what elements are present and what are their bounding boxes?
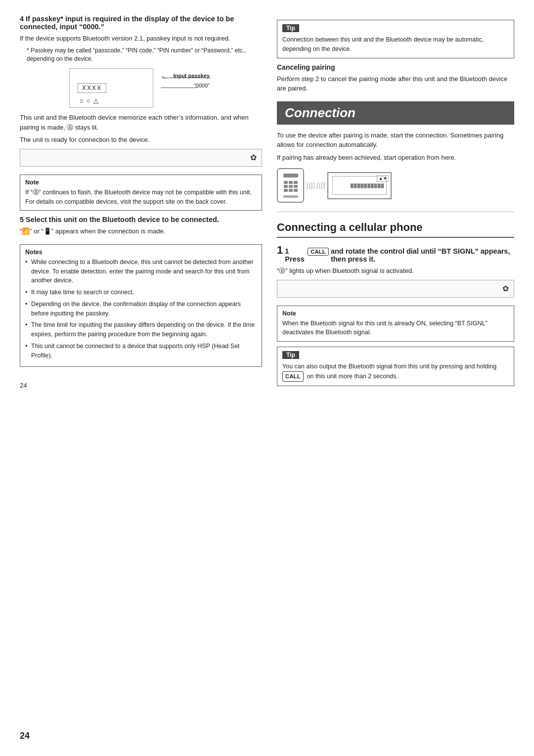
phone-keypad	[284, 181, 298, 192]
wave2: ((((	[316, 181, 326, 189]
step-4-title: 4 If passkey* input is required in the d…	[20, 15, 262, 31]
diagram-arrow2	[161, 88, 197, 88]
canceling-pairing-heading: Canceling pairing	[277, 63, 514, 71]
notes-item-2: It may take time to search or connect.	[25, 288, 257, 297]
cellular-section-header: Connecting a cellular phone	[277, 221, 514, 238]
step-4-p2: This unit and the Bluetooth device memor…	[20, 113, 262, 132]
page-number-bottom: 24	[20, 731, 30, 741]
left-column: 4 If passkey* input is required in the d…	[20, 15, 262, 756]
bt-display-bar: ✿	[20, 149, 262, 167]
notes-box: Notes While connecting to a Bluetooth de…	[20, 244, 262, 367]
receiver-controls: ▲▼	[377, 175, 389, 182]
tip-label-1: Tip	[282, 24, 299, 32]
step-4-p1: If the device supports Bluetooth version…	[20, 34, 262, 44]
receiver-icon: ▓▓▓▓▓▓▓▓▓▓ ▲▼	[327, 172, 392, 199]
device-diagram: XXXX Input passkey “0000” ⌂○△	[40, 68, 178, 108]
note-label-1: Note	[25, 179, 257, 186]
diagram-bottom-icons: ⌂○△	[80, 97, 98, 104]
tip-text-after: on this unit more than 2 seconds.	[307, 373, 398, 380]
notes-item-4: The time limit for inputting the passkey…	[25, 320, 257, 339]
phone-dot	[284, 189, 288, 192]
wave1: ))))	[306, 181, 315, 189]
phone-dot	[284, 181, 288, 184]
step-4-footnote: * Passkey may be called “passcode,” “PIN…	[20, 46, 262, 64]
step-5-heading: 5 Select this unit on the Bluetooth devi…	[20, 216, 219, 223]
cellular-step-1-p1: “Ⓑ” lights up when Bluetooth signal is a…	[277, 266, 514, 276]
phone-speaker	[283, 174, 298, 178]
cellular-tip-label: Tip	[282, 351, 299, 359]
bt-symbol-2: ✿	[502, 284, 509, 293]
connection-diagram: )))) (((( ▓▓▓▓▓▓▓▓▓▓ ▲▼	[277, 168, 514, 203]
note-text-1: If “Ⓑ” continues to flash, the Bluetooth…	[25, 188, 257, 207]
tip-text-1: Connection between this unit and the Blu…	[282, 35, 509, 54]
canceling-pairing-block: Canceling pairing Perform step 2 to canc…	[277, 63, 514, 93]
bt-display-bar-2: ✿	[277, 280, 514, 298]
call-button-label: CALL	[308, 248, 329, 256]
cellular-tip-text: You can also output the Bluetooth signal…	[282, 362, 509, 382]
bt-symbol: ✿	[250, 153, 257, 162]
diagram-arrow1	[162, 78, 211, 79]
canceling-pairing-text: Perform step 2 to cancel the pairing mod…	[277, 74, 514, 93]
connection-p2: If pairing has already been achieved, st…	[277, 153, 514, 163]
notes-list: While connecting to a Bluetooth device, …	[25, 258, 257, 360]
page-number: 24	[20, 382, 262, 389]
xxxx-display: XXXX	[78, 83, 106, 93]
step-4-number: 4 If passkey* input is required in the d…	[20, 15, 260, 31]
step-4-block: 4 If passkey* input is required in the d…	[20, 15, 262, 167]
phone-dot	[284, 185, 288, 188]
cellular-note-box: Note When the Bluetooth signal for this …	[277, 306, 514, 342]
connection-section-header: Connection	[277, 101, 514, 125]
tip-call-button: CALL	[282, 371, 304, 382]
notes-item-3: Depending on the device, the confirmatio…	[25, 300, 257, 318]
cellular-step-1: 1 1 Press CALL and rotate the control di…	[277, 244, 514, 298]
step-4-p3: The unit is ready for connection to the …	[20, 135, 262, 145]
notes-label: Notes	[25, 249, 257, 256]
tip-text-before: You can also output the Bluetooth signal…	[282, 363, 496, 370]
cellular-step-1-press: 1 Press	[285, 247, 306, 263]
cellular-step-1-rest: and rotate the control dial until “BT SI…	[331, 247, 514, 263]
phone-mic	[283, 195, 298, 198]
step-5-block: 5 Select this unit on the Bluetooth devi…	[20, 216, 262, 236]
tip-box-1: Tip Connection between this unit and the…	[277, 20, 514, 58]
phone-dot	[289, 189, 293, 192]
signal-waves: )))) ((((	[306, 181, 325, 189]
section-divider	[277, 212, 514, 212]
phone-dot	[289, 181, 293, 184]
cellular-note-text: When the Bluetooth signal for this unit …	[282, 319, 509, 338]
right-column: Tip Connection between this unit and the…	[277, 15, 514, 756]
step-5-title: 5 Select this unit on the Bluetooth devi…	[20, 216, 262, 223]
phone-dot	[294, 185, 298, 188]
device-display: XXXX Input passkey “0000” ⌂○△	[69, 68, 153, 108]
cellular-step-1-number: 1	[277, 244, 283, 257]
cellular-step-1-title: 1 1 Press CALL and rotate the control di…	[277, 244, 514, 263]
cellular-tip-box: Tip You can also output the Bluetooth si…	[277, 347, 514, 386]
notes-item-5: This unit cannot be connected to a devic…	[25, 342, 257, 360]
phone-dot	[294, 189, 298, 192]
receiver-text: ▓▓▓▓▓▓▓▓▓▓	[351, 183, 384, 188]
phone-dot	[289, 185, 293, 188]
phone-dot	[294, 181, 298, 184]
phone-icon	[277, 168, 304, 203]
connection-p1: To use the device after pairing is made,…	[277, 131, 514, 150]
notes-item-1: While connecting to a Bluetooth device, …	[25, 258, 257, 285]
step-5-p1: “📶” or “📱” appears when the connection i…	[20, 226, 262, 236]
cellular-note-label: Note	[282, 310, 509, 317]
note-box-1: Note If “Ⓑ” continues to flash, the Blue…	[20, 175, 262, 211]
